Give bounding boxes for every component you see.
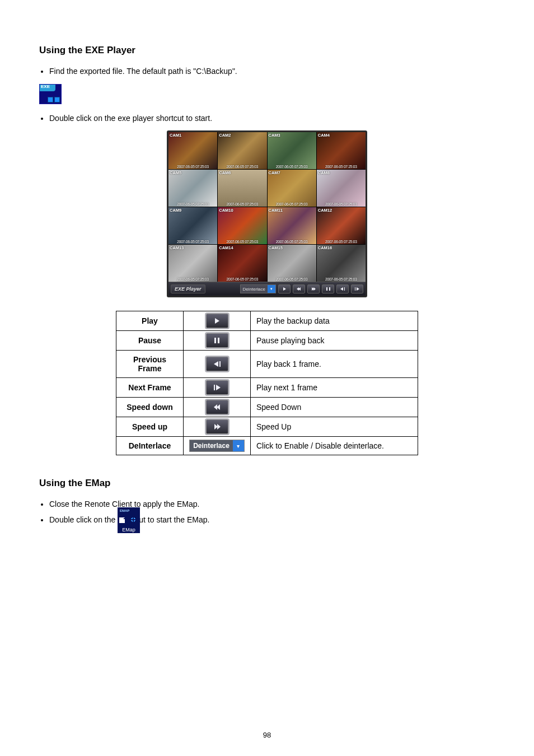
fast-forward-icon	[214, 424, 220, 430]
section-title-emap: Using the EMap	[39, 478, 495, 489]
table-row: Play Play the backup data	[116, 311, 418, 331]
control-name: Play	[116, 311, 184, 331]
play-button[interactable]	[278, 284, 291, 293]
camera-tile: CAM52007-06-05 07:25:03	[168, 170, 217, 207]
play-button[interactable]	[206, 314, 228, 328]
deinterlace-label: Deinterlace	[241, 287, 268, 292]
play-icon	[215, 318, 219, 324]
camera-tile: CAM152007-06-05 07:25:03	[268, 245, 316, 282]
camera-tile: CAM142007-06-05 07:25:03	[218, 245, 266, 282]
player-toolbar: EXE Player Deinterlace ▾	[168, 282, 366, 296]
pause-icon	[214, 338, 219, 343]
next-frame-button[interactable]	[351, 284, 363, 293]
chevron-down-icon: ▾	[233, 440, 244, 451]
rewind-icon	[214, 404, 220, 410]
exe-bullet-2: Double click on the exe player shortcut …	[49, 113, 495, 124]
fast-forward-icon	[312, 287, 315, 291]
camera-grid: CAM12007-06-05 07:25:03 CAM22007-06-05 0…	[168, 132, 366, 282]
exe-bullet-1: Find the exported file. The default path…	[49, 66, 495, 77]
prev-frame-icon	[214, 361, 221, 367]
table-row: Speed up Speed Up	[116, 417, 418, 437]
control-desc: Play the backup data	[251, 311, 418, 331]
table-row: DeInterlace Deinterlace ▾ Click to Enabl…	[116, 437, 418, 455]
camera-tile: CAM32007-06-05 07:25:03	[268, 132, 316, 169]
page-number: 98	[0, 731, 534, 739]
camera-tile: CAM162007-06-05 07:25:03	[317, 245, 366, 282]
next-frame-icon	[214, 385, 221, 390]
table-row: Previous Frame Play back 1 frame.	[116, 351, 418, 378]
rewind-button[interactable]	[206, 400, 228, 414]
chevron-down-icon: ▾	[268, 285, 275, 293]
control-name: Speed down	[116, 398, 184, 417]
camera-tile: CAM72007-06-05 07:25:03	[268, 170, 316, 207]
section-title-exe: Using the EXE Player	[39, 45, 495, 56]
camera-tile: CAM82007-06-05 07:25:03	[317, 170, 366, 207]
camera-tile: CAM22007-06-05 07:25:03	[218, 132, 266, 169]
camera-tile: CAM102007-06-05 07:25:03	[218, 207, 266, 244]
emap-icon-caption: EMap	[118, 527, 140, 533]
emap-bullet-1: Close the Renote Client to apply the EMa…	[49, 499, 495, 510]
control-name: Speed up	[116, 417, 184, 437]
rewind-icon	[297, 287, 301, 291]
pause-button[interactable]	[322, 284, 334, 293]
player-brand: EXE Player	[171, 284, 205, 293]
table-row: Pause Pause playing back	[116, 331, 418, 351]
control-name: Previous Frame	[116, 351, 184, 378]
control-desc: Click to Enable / Disable deinterlace.	[251, 437, 418, 455]
control-desc: Pause playing back	[251, 331, 418, 351]
prev-frame-button[interactable]	[336, 284, 349, 293]
control-desc: Play next 1 frame	[251, 378, 418, 398]
prev-frame-button[interactable]	[206, 357, 228, 371]
deinterlace-dropdown[interactable]: Deinterlace ▾	[189, 440, 245, 452]
camera-tile: CAM42007-06-05 07:25:03	[317, 132, 366, 169]
deinterlace-dropdown[interactable]: Deinterlace ▾	[240, 284, 276, 293]
control-name: Next Frame	[116, 378, 184, 398]
table-row: Next Frame Play next 1 frame	[116, 378, 418, 398]
fast-forward-button[interactable]	[307, 284, 320, 293]
emap-icon: EMAP EMap	[118, 507, 140, 533]
camera-tile: CAM92007-06-05 07:25:03	[168, 207, 217, 244]
control-desc: Speed Up	[251, 417, 418, 437]
next-frame-button[interactable]	[206, 380, 228, 395]
exe-icon-label: EXE	[41, 84, 50, 89]
deinterlace-label: Deinterlace	[190, 442, 233, 450]
emap-icon-toplabel: EMAP	[120, 509, 129, 512]
fast-forward-button[interactable]	[206, 419, 228, 434]
control-desc: Speed Down	[251, 398, 418, 417]
camera-tile: CAM112007-06-05 07:25:03	[268, 207, 316, 244]
camera-tile: CAM132007-06-05 07:25:03	[168, 245, 217, 282]
pause-icon	[326, 287, 330, 291]
camera-tile: CAM12007-06-05 07:25:03	[168, 132, 217, 169]
rewind-button[interactable]	[293, 284, 305, 293]
controls-table: Play Play the backup data Pause Pause pl…	[116, 311, 418, 455]
exe-player-icon: EXE	[39, 84, 62, 104]
exe-player-window: CAM12007-06-05 07:25:03 CAM22007-06-05 0…	[167, 130, 367, 297]
control-desc: Play back 1 frame.	[251, 351, 418, 378]
control-name: DeInterlace	[116, 437, 184, 455]
emap-bullet-2: Double click on the shortcut to start th…	[49, 515, 495, 526]
camera-tile: CAM62007-06-05 07:25:03	[218, 170, 266, 207]
play-icon	[283, 287, 286, 291]
next-frame-icon	[355, 287, 360, 291]
camera-tile: CAM122007-06-05 07:25:03	[317, 207, 366, 244]
control-name: Pause	[116, 331, 184, 351]
pause-button[interactable]	[206, 333, 228, 348]
prev-frame-icon	[340, 287, 345, 291]
table-row: Speed down Speed Down	[116, 398, 418, 417]
